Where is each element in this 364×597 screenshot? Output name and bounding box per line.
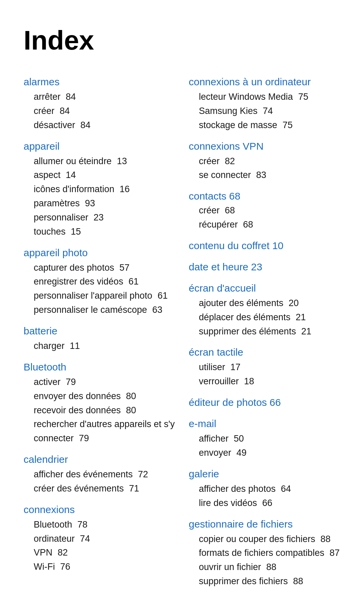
item-num: 20 bbox=[286, 298, 299, 308]
item-num: 13 bbox=[114, 156, 127, 166]
sub-items-connexions: Bluetooth 78ordinateur 74VPN 82Wi-Fi 76 bbox=[24, 518, 175, 574]
item-num: 61 bbox=[155, 291, 168, 301]
item-num: 84 bbox=[57, 106, 70, 116]
list-item: créer 82 bbox=[199, 154, 340, 169]
item-num: 79 bbox=[77, 433, 89, 443]
item-num: 84 bbox=[78, 120, 91, 130]
section-ecran-tactile: écran tactileutiliser 17verrouiller 18 bbox=[189, 345, 340, 389]
section-title-ecran-accueil: écran d'accueil bbox=[189, 280, 340, 296]
list-item: ouvrir un fichier 88 bbox=[199, 560, 340, 574]
list-item: stockage de masse 75 bbox=[199, 118, 340, 132]
list-item: rechercher d'autres appareils et s'y con… bbox=[34, 417, 175, 446]
list-item: récupérer 68 bbox=[199, 218, 340, 232]
item-num: 61 bbox=[126, 276, 139, 287]
page-title: Index bbox=[24, 20, 340, 61]
item-num: 87 bbox=[327, 548, 340, 558]
section-title-appareil-photo: appareil photo bbox=[24, 245, 175, 260]
list-item: afficher des événements 72 bbox=[34, 468, 175, 482]
section-title-batterie: batterie bbox=[24, 323, 175, 338]
section-title-e-mail: e-mail bbox=[189, 416, 340, 431]
section-title-connexions: connexions bbox=[24, 502, 175, 517]
section-title-bluetooth: Bluetooth bbox=[24, 359, 175, 375]
sub-items-connexions-vpn: créer 82se connecter 83 bbox=[189, 154, 340, 183]
item-num: 23 bbox=[91, 212, 104, 222]
list-item: déplacer des éléments 21 bbox=[199, 310, 340, 325]
section-gestionnaire-fichiers: gestionnaire de fichierscopier ou couper… bbox=[189, 516, 340, 589]
item-num: 57 bbox=[117, 263, 130, 273]
list-item: copier ou couper des fichiers 88 bbox=[199, 532, 340, 546]
list-item: ordinateur 74 bbox=[34, 532, 175, 546]
sub-items-batterie: charger 11 bbox=[24, 339, 175, 353]
list-item: afficher 50 bbox=[199, 432, 340, 446]
section-title-calendrier: calendrier bbox=[24, 452, 175, 467]
list-item: supprimer des éléments 21 bbox=[199, 325, 340, 339]
list-item: supprimer des fichiers 88 bbox=[199, 574, 340, 589]
sub-items-ecran-accueil: ajouter des éléments 20déplacer des élém… bbox=[189, 296, 340, 339]
section-e-mail: e-mailafficher 50envoyer 49 bbox=[189, 416, 340, 460]
section-calendrier: calendrierafficher des événements 72crée… bbox=[24, 452, 175, 496]
sub-items-ecran-tactile: utiliser 17verrouiller 18 bbox=[189, 360, 340, 389]
section-num-contenu-coffret: 10 bbox=[272, 240, 283, 251]
list-item: créer des événements 71 bbox=[34, 482, 175, 496]
item-num: 79 bbox=[63, 377, 76, 387]
section-batterie: batteriecharger 11 bbox=[24, 323, 175, 353]
section-title-contenu-coffret: contenu du coffret bbox=[189, 240, 270, 251]
item-num: 82 bbox=[55, 547, 68, 558]
section-contenu-coffret: contenu du coffret10 bbox=[189, 238, 340, 253]
section-connexions-vpn: connexions VPNcréer 82se connecter 83 bbox=[189, 139, 340, 183]
list-item: désactiver 84 bbox=[34, 118, 175, 132]
list-item: aspect 14 bbox=[34, 168, 175, 182]
sub-items-gestionnaire-fichiers: copier ou couper des fichiers 88formats … bbox=[189, 532, 340, 589]
sub-items-galerie: afficher des photos 64lire des vidéos 66 bbox=[189, 482, 340, 510]
sub-items-calendrier: afficher des événements 72créer des évén… bbox=[24, 468, 175, 496]
sub-items-appareil: allumer ou éteindre 13aspect 14icônes d'… bbox=[24, 154, 175, 239]
list-item: envoyer des données 80 bbox=[34, 389, 175, 404]
item-num: 49 bbox=[234, 448, 247, 458]
section-title-connexions-vpn: connexions VPN bbox=[189, 139, 340, 154]
item-num: 72 bbox=[135, 469, 148, 479]
item-num: 66 bbox=[260, 498, 273, 508]
list-item: Samsung Kies 74 bbox=[199, 104, 340, 118]
section-num-editeur-photos: 66 bbox=[270, 397, 281, 408]
right-column: connexions à un ordinateurlecteur Window… bbox=[189, 74, 340, 595]
item-num: 11 bbox=[67, 341, 80, 351]
section-appareil-photo: appareil photocapturer des photos 57enre… bbox=[24, 245, 175, 317]
section-num-contacts: 68 bbox=[229, 190, 240, 202]
list-item: lire des vidéos 66 bbox=[199, 496, 340, 510]
sub-items-e-mail: afficher 50envoyer 49 bbox=[189, 432, 340, 460]
list-item: personnaliser le caméscope 63 bbox=[34, 303, 175, 317]
item-num: 21 bbox=[293, 312, 306, 322]
section-title-editeur-photos: éditeur de photos bbox=[189, 397, 267, 408]
item-num: 21 bbox=[299, 326, 311, 336]
section-alarmes: alarmesarrêter 84créer 84désactiver 84 bbox=[24, 74, 175, 132]
item-num: 83 bbox=[254, 170, 267, 180]
item-num: 71 bbox=[126, 483, 139, 494]
section-title-ecran-tactile: écran tactile bbox=[189, 345, 340, 360]
list-item: ajouter des éléments 20 bbox=[199, 296, 340, 310]
list-item: paramètres 93 bbox=[34, 197, 175, 211]
section-title-connexions-ordinateur: connexions à un ordinateur bbox=[189, 74, 340, 89]
list-item: enregistrer des vidéos 61 bbox=[34, 275, 175, 289]
item-num: 75 bbox=[296, 92, 308, 102]
item-num: 93 bbox=[83, 198, 95, 208]
index-columns: alarmesarrêter 84créer 84désactiver 84ap… bbox=[24, 74, 340, 595]
sub-items-connexions-ordinateur: lecteur Windows Media 75Samsung Kies 74s… bbox=[189, 90, 340, 132]
item-num: 88 bbox=[264, 562, 277, 572]
item-num: 16 bbox=[117, 184, 130, 194]
item-num: 15 bbox=[68, 227, 81, 237]
item-num: 74 bbox=[260, 106, 273, 116]
section-title-appareil: appareil bbox=[24, 139, 175, 154]
item-num: 64 bbox=[278, 484, 291, 494]
item-num: 63 bbox=[150, 305, 162, 315]
item-num: 75 bbox=[280, 120, 293, 130]
list-item: personnaliser l'appareil photo 61 bbox=[34, 289, 175, 303]
section-contacts: contacts68créer 68récupérer 68 bbox=[189, 188, 340, 232]
sub-items-contacts: créer 68récupérer 68 bbox=[189, 204, 340, 232]
list-item: capturer des photos 57 bbox=[34, 261, 175, 275]
list-item: Wi-Fi 76 bbox=[34, 560, 175, 574]
list-item: créer 84 bbox=[34, 104, 175, 118]
section-editeur-photos: éditeur de photos66 bbox=[189, 395, 340, 410]
section-title-gestionnaire-fichiers: gestionnaire de fichiers bbox=[189, 516, 340, 532]
item-num: 74 bbox=[78, 534, 90, 544]
item-num: 88 bbox=[318, 534, 331, 544]
